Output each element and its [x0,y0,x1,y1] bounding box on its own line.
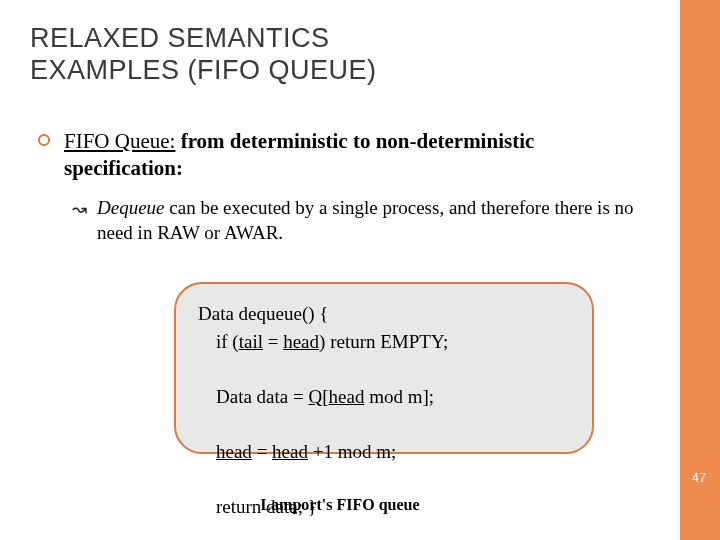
caption: Lamport's FIFO queue [0,496,680,514]
bullet-icon [38,134,50,146]
bullet1-lead: FIFO Queue: [64,129,175,153]
bullet2-lead: Dequeue [97,197,165,218]
code-content: Data dequeue() { if (tail = head) return… [198,300,570,520]
accent-strip [680,0,720,540]
bullet1-text: FIFO Queue: from deterministic to non-de… [64,128,640,183]
page-number: 47 [688,470,710,485]
slide-title: RELAXED SEMANTICS EXAMPLES (FIFO QUEUE) [30,22,377,87]
arrow-icon: ↝ [72,198,87,220]
bullet-level1: FIFO Queue: from deterministic to non-de… [38,128,640,183]
bullet2-rest: can be executed by a single process, and… [97,197,634,243]
code-block: Data dequeue() { if (tail = head) return… [174,282,594,454]
bullet-level2: ↝ Dequeue can be executed by a single pr… [72,196,640,245]
bullet2-text: Dequeue can be executed by a single proc… [97,196,640,245]
slide: RELAXED SEMANTICS EXAMPLES (FIFO QUEUE) … [0,0,720,540]
code-l1: Data dequeue() { [198,303,328,324]
